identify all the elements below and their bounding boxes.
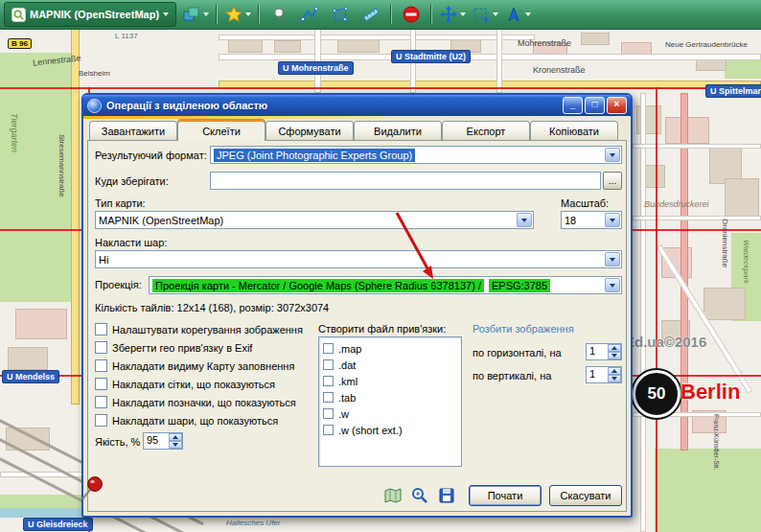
option-overlay-grids[interactable]: Накладати сітки, що показуються <box>95 378 275 390</box>
ruler-button[interactable] <box>357 3 385 26</box>
water-label: Hallesches Ufer <box>226 519 280 527</box>
spin-down-button[interactable] <box>608 352 621 359</box>
road <box>71 29 80 405</box>
operations-dialog: Операції з виділеною областю _ □ × Заван… <box>81 93 633 518</box>
checkbox[interactable] <box>323 408 334 419</box>
option-overlay-marks[interactable]: Накладати позначки, що показуються <box>95 396 296 408</box>
polygon-button[interactable] <box>326 3 355 26</box>
georef-item-w-short[interactable]: .w (short ext.) <box>323 422 461 438</box>
checkbox[interactable] <box>323 359 334 370</box>
overlay-combo[interactable]: Ні <box>95 250 622 268</box>
checkbox[interactable] <box>95 378 107 390</box>
projection-combo[interactable]: Проекція карти - Mercator / Google Maps … <box>149 276 622 294</box>
spin-down-button[interactable] <box>608 375 621 382</box>
option-overlay-layers[interactable]: Накладати шари, що показуються <box>95 414 278 427</box>
option-overlay-fillmap[interactable]: Накладати видиму Карту заповнення <box>95 359 294 372</box>
format-value: JPEG (Joint Photographic Experts Group) <box>214 149 415 162</box>
ubahn-station-label: U Gleisdreieck <box>23 518 93 531</box>
favorites-button[interactable] <box>222 3 253 26</box>
spin-up-button[interactable] <box>169 433 182 441</box>
tab-export[interactable]: Експорт <box>442 121 530 140</box>
pan-icon <box>439 5 458 24</box>
checkbox[interactable] <box>95 414 107 427</box>
road <box>496 29 502 93</box>
scale-combo[interactable]: 18 <box>561 211 622 229</box>
checkbox[interactable] <box>95 396 107 408</box>
building <box>581 33 610 45</box>
save-to-label: Куди зберігати: <box>95 175 169 187</box>
chevron-down-icon <box>525 12 531 16</box>
toolbar-separator <box>216 5 218 24</box>
spin-up-button[interactable] <box>608 367 621 375</box>
placemark-button[interactable] <box>265 3 293 26</box>
browse-button[interactable]: ... <box>603 172 622 190</box>
map-source-button[interactable]: MAPNIK (OpenStreetMap) <box>4 2 176 27</box>
georef-listbox[interactable]: .map .dat .kml .tab .w .w (short ext.) <box>318 336 462 467</box>
dropdown-button[interactable] <box>605 148 620 162</box>
dropdown-button[interactable] <box>605 278 620 292</box>
georef-item-dat[interactable]: .dat <box>323 357 461 373</box>
ubahn-station-label: U Spittelmarkt <box>705 84 761 98</box>
pushpin-icon[interactable] <box>77 474 105 502</box>
option-save-exif[interactable]: Зберегти гео прив'язку в Exif <box>95 341 252 354</box>
start-button[interactable]: Почати <box>469 485 542 506</box>
spin-up-button[interactable] <box>608 344 621 352</box>
georef-item-map[interactable]: .map <box>323 340 461 357</box>
dropdown-button[interactable] <box>605 213 620 227</box>
chevron-down-icon <box>203 12 209 16</box>
route-button[interactable] <box>295 3 324 26</box>
minimize-button[interactable]: _ <box>563 97 583 114</box>
split-vertical-spinner[interactable]: 1 <box>586 366 622 383</box>
tab-stitch[interactable]: Склеїти <box>177 119 265 141</box>
street-label: Franz-Künstler-Str. <box>713 414 720 471</box>
osm-logo-icon <box>12 8 26 22</box>
chevron-down-icon <box>245 12 251 16</box>
tab-delete[interactable]: Видалити <box>354 121 442 140</box>
no-entry-button[interactable] <box>397 3 426 26</box>
road <box>633 216 761 220</box>
route-icon <box>300 5 319 24</box>
checkbox[interactable] <box>95 359 107 372</box>
select-button[interactable] <box>470 3 500 26</box>
navigate-arrow-icon <box>504 5 523 24</box>
close-button[interactable]: × <box>607 97 627 114</box>
building <box>703 288 746 320</box>
quality-spinner[interactable]: 95 <box>143 432 183 450</box>
building <box>228 38 263 53</box>
cancel-button[interactable]: Скасувати <box>549 485 622 506</box>
checkbox[interactable] <box>323 376 334 386</box>
tab-generate[interactable]: Сформувати <box>265 121 354 140</box>
no-entry-icon <box>402 5 421 24</box>
screen: B 96 L 1137 Lennestraße Beisheim Mohrens… <box>0 0 761 532</box>
save-path-input[interactable] <box>210 172 601 190</box>
checkbox[interactable] <box>95 323 107 335</box>
map-type-combo[interactable]: MAPNIK (OpenStreetMap) <box>95 211 534 229</box>
checkbox[interactable] <box>323 425 334 435</box>
format-combo[interactable]: JPEG (Joint Photographic Experts Group) <box>210 146 622 164</box>
georef-item-kml[interactable]: .kml <box>323 373 461 389</box>
spin-down-button[interactable] <box>169 441 182 449</box>
street-label: Stresemannstraße <box>58 134 66 197</box>
split-horizontal-spinner[interactable]: 1 <box>586 343 622 360</box>
floppy-save-icon <box>437 486 456 505</box>
zoom-preview-button[interactable] <box>409 485 430 506</box>
checkbox[interactable] <box>323 343 334 354</box>
layers-button[interactable] <box>180 3 211 26</box>
georef-item-tab[interactable]: .tab <box>323 389 461 405</box>
checkbox[interactable] <box>323 392 334 403</box>
preview-map-button[interactable] <box>382 485 404 506</box>
checkbox[interactable] <box>95 341 107 354</box>
option-adjust-image[interactable]: Налаштувати корегування зображення <box>95 323 303 335</box>
dropdown-button[interactable] <box>517 213 532 227</box>
tab-copy[interactable]: Копіювати <box>530 121 618 140</box>
maximize-button[interactable]: □ <box>585 97 605 114</box>
navigate-button[interactable] <box>502 3 533 26</box>
pan-button[interactable] <box>437 3 468 26</box>
dialog-titlebar[interactable]: Операції з виділеною областю _ □ × <box>83 95 631 116</box>
building <box>8 347 48 370</box>
georef-item-w[interactable]: .w <box>323 405 461 422</box>
spinner-value: 1 <box>589 368 595 380</box>
save-settings-button[interactable] <box>436 485 457 506</box>
dropdown-button[interactable] <box>605 252 620 266</box>
tab-download[interactable]: Завантажити <box>89 121 177 140</box>
